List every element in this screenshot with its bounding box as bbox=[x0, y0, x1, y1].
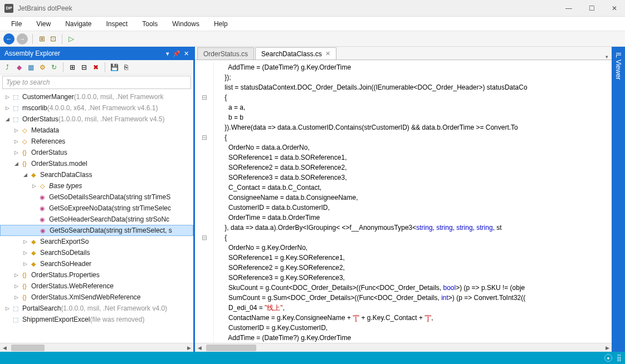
menu-navigate[interactable]: Navigate bbox=[60, 18, 97, 29]
tree-row[interactable]: ◢◆SearchDataClass bbox=[0, 169, 193, 180]
tab-searchdataclass-cs[interactable]: SearchDataClass.cs✕ bbox=[255, 47, 336, 60]
tree-row[interactable]: ◢⬚OrderStatus (1.0.0.0, msil, .Net Frame… bbox=[0, 114, 193, 125]
processes-icon[interactable]: ⚙ bbox=[37, 62, 47, 72]
close-icon[interactable]: ✕ bbox=[325, 50, 330, 57]
expand-arrow-icon[interactable]: ▷ bbox=[21, 250, 29, 255]
expand-arrow-icon[interactable]: ▷ bbox=[12, 283, 20, 289]
ns-icon: {} bbox=[20, 149, 29, 156]
export-icon[interactable]: ⎘ bbox=[121, 62, 131, 72]
window-titlebar: DP JetBrains dotPeek — ☐ ✕ bbox=[0, 0, 625, 17]
tree-row[interactable]: ▷{}OrderStatus.XmlSendWebReference bbox=[0, 292, 193, 303]
expand-arrow-icon[interactable]: ▷ bbox=[12, 139, 20, 144]
tree-row[interactable]: ⬚ShippmentExportExcel (file was removed) bbox=[0, 314, 193, 325]
expand-arrow-icon[interactable]: ▷ bbox=[12, 294, 20, 300]
menu-help[interactable]: Help bbox=[208, 18, 233, 29]
expand-arrow-icon[interactable]: ▷ bbox=[21, 261, 29, 267]
minimize-button[interactable]: — bbox=[562, 4, 575, 12]
view2-icon[interactable]: ⊟ bbox=[79, 62, 89, 72]
tree-row[interactable]: ▷◆SearchSoDetails bbox=[0, 247, 193, 258]
tree-row[interactable]: ▷◆SearchExportSo bbox=[0, 236, 193, 247]
close-button[interactable]: ✕ bbox=[608, 4, 621, 12]
expand-arrow-icon[interactable]: ▷ bbox=[12, 150, 20, 155]
il-viewer-label: IL Viewer bbox=[614, 50, 622, 82]
tree-label: OrderStatus.XmlSendWebReference bbox=[31, 293, 141, 301]
menu-inspect[interactable]: Inspect bbox=[101, 18, 134, 29]
panel-close-icon[interactable]: ✕ bbox=[184, 50, 189, 57]
refresh-icon[interactable]: ↻ bbox=[49, 62, 59, 72]
expand-arrow-icon[interactable]: ◢ bbox=[3, 116, 11, 122]
tree-row[interactable]: ◉GetSoDetailsSearchData(string strTimeS bbox=[0, 191, 193, 203]
toolbar-icon-1[interactable]: ⊞ bbox=[37, 35, 46, 43]
editor-panel: OrderStatus.csSearchDataClass.cs✕▾ ⊟⊟⊟ A… bbox=[195, 47, 612, 352]
expand-arrow-icon[interactable]: ▷ bbox=[12, 272, 20, 278]
folder-icon: ◇ bbox=[20, 137, 29, 145]
tree-meta: (file was removed) bbox=[90, 316, 144, 323]
scroll-right-icon[interactable]: ▶ bbox=[603, 345, 612, 351]
expand-arrow-icon[interactable]: ▷ bbox=[21, 239, 29, 244]
tree-row[interactable]: ▷◇References bbox=[0, 136, 193, 147]
window-position-icon[interactable]: ▾ bbox=[166, 50, 169, 57]
tree-row[interactable]: ▷◆SearchSoHeader bbox=[0, 258, 193, 269]
expand-arrow-icon[interactable]: ◢ bbox=[21, 172, 29, 178]
toolbar-icon-2[interactable]: ⊡ bbox=[48, 35, 57, 43]
expand-arrow-icon[interactable]: ▷ bbox=[3, 94, 11, 100]
assembly-tree[interactable]: ▷⬚CustomerManger (1.0.0.0, msil, .Net Fr… bbox=[0, 90, 193, 343]
tab-orderstatus-cs[interactable]: OrderStatus.cs bbox=[197, 47, 254, 60]
tree-row[interactable]: ▷{}OrderStatus.Properties bbox=[0, 269, 193, 281]
maximize-button[interactable]: ☐ bbox=[585, 4, 598, 12]
tree-row[interactable]: ▷◇Base types bbox=[0, 180, 193, 191]
explorer-title: Assembly Explorer bbox=[4, 50, 60, 57]
expand-arrow-icon[interactable]: ▷ bbox=[30, 183, 38, 189]
pin-icon[interactable]: 📌 bbox=[173, 50, 180, 57]
tree-row[interactable]: ◢{}OrderStatus.model bbox=[0, 158, 193, 169]
tree-label: GetSoHeaderSearchData(string strSoNc bbox=[49, 215, 169, 223]
tree-row[interactable]: ▷⬚PortalSearch (1.0.0.0, msil, .Net Fram… bbox=[0, 303, 193, 314]
tree-row[interactable]: ▷⬚mscorlib (4.0.0.0, x64, .Net Framework… bbox=[0, 102, 193, 114]
tree-row[interactable]: ◉GetSoExpreeNoData(string strTimeSelec bbox=[0, 203, 193, 214]
forward-button[interactable]: → bbox=[17, 33, 28, 45]
back-button[interactable]: ← bbox=[3, 33, 14, 45]
tree-row[interactable]: ▷⬚CustomerManger (1.0.0.0, msil, .Net Fr… bbox=[0, 91, 193, 102]
lib-icon: ⬚ bbox=[11, 316, 20, 323]
explorer-hscroll[interactable]: ◀ ▶ bbox=[0, 343, 193, 352]
tree-row[interactable]: ▷{}OrderStatus bbox=[0, 147, 193, 158]
editor-hscroll[interactable]: ◀ ▶ bbox=[195, 343, 612, 352]
il-viewer-tab[interactable]: IL Viewer bbox=[612, 47, 625, 352]
gac-icon[interactable]: ▦ bbox=[26, 62, 36, 72]
run-icon[interactable]: ▷ bbox=[67, 35, 76, 43]
tree-row[interactable]: ◉GetSoSearchData(string strTimeSelect, s bbox=[0, 225, 193, 236]
search-placeholder: Type to search bbox=[6, 78, 50, 86]
tab-dropdown-icon[interactable]: ▾ bbox=[602, 54, 612, 60]
menu-windows[interactable]: Windows bbox=[167, 18, 205, 29]
expand-arrow-icon[interactable]: ▷ bbox=[3, 306, 11, 311]
app-icon: DP bbox=[4, 4, 13, 13]
scroll-left-icon[interactable]: ◀ bbox=[0, 345, 9, 351]
tree-label: GetSoDetailsSearchData(string strTimeS bbox=[49, 193, 170, 201]
tree-row[interactable]: ▷{}OrderStatus.WebReference bbox=[0, 281, 193, 292]
expand-arrow-icon[interactable]: ▷ bbox=[3, 105, 11, 111]
scroll-left-icon[interactable]: ◀ bbox=[195, 345, 204, 351]
save-icon[interactable]: 💾 bbox=[109, 62, 119, 72]
nuget-icon[interactable]: ◆ bbox=[14, 62, 24, 72]
method-icon: ◉ bbox=[38, 193, 47, 201]
tree-row[interactable]: ◉GetSoHeaderSearchData(string strSoNc bbox=[0, 214, 193, 225]
scroll-right-icon[interactable]: ▶ bbox=[184, 345, 193, 351]
tree-label: PortalSearch bbox=[22, 304, 61, 312]
search-input[interactable]: Type to search bbox=[2, 76, 191, 89]
expand-arrow-icon[interactable]: ◢ bbox=[12, 161, 20, 166]
open-icon[interactable]: ⤴ bbox=[2, 62, 12, 72]
clear-icon[interactable]: ✖ bbox=[91, 62, 101, 72]
code-editor[interactable]: ⊟⊟⊟ AddTime = (DateTime?) g.Key.OrderTim… bbox=[195, 60, 612, 343]
class-icon: ◆ bbox=[29, 249, 38, 257]
menu-file[interactable]: File bbox=[6, 18, 27, 29]
view1-icon[interactable]: ⊞ bbox=[67, 62, 77, 72]
class-icon: ◆ bbox=[29, 238, 38, 245]
tree-row[interactable]: ▷◇Metadata bbox=[0, 125, 193, 136]
menu-view[interactable]: View bbox=[31, 18, 56, 29]
scroll-thumb[interactable] bbox=[11, 345, 45, 351]
menu-tools[interactable]: Tools bbox=[136, 18, 163, 29]
expand-arrow-icon[interactable]: ▷ bbox=[12, 127, 20, 133]
tree-meta: (1.0.0.0, msil, .Net Framework bbox=[74, 93, 164, 101]
status-progress-icon[interactable]: ● bbox=[604, 354, 612, 362]
scroll-thumb[interactable] bbox=[206, 345, 256, 351]
